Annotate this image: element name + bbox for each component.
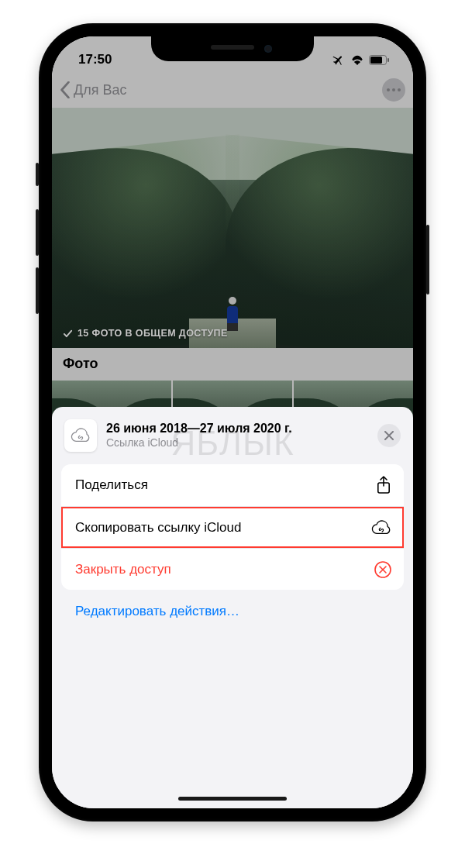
wifi-icon [350, 54, 364, 65]
share-icon [376, 476, 391, 494]
clock: 17:50 [71, 52, 112, 67]
power-button [426, 225, 429, 294]
share-action[interactable]: Поделиться [61, 464, 404, 506]
cloud-link-icon [71, 428, 91, 443]
silence-switch [36, 163, 39, 186]
action-menu: Поделиться Скопировать ссылку iCloud Зак… [61, 464, 404, 590]
icloud-link-badge [64, 419, 97, 452]
copy-icloud-link-action[interactable]: Скопировать ссылку iCloud [61, 506, 404, 548]
stop-sharing-action[interactable]: Закрыть доступ [61, 548, 404, 590]
sheet-subtitle: Ссылка iCloud [106, 436, 368, 450]
edit-actions-link[interactable]: Редактировать действия… [61, 590, 404, 622]
phone-frame: 17:50 [39, 23, 426, 822]
share-label: Поделиться [75, 477, 148, 493]
share-sheet: ЯБЛЫК 26 июня 2018—27 июля 2020 г. Ссылк… [52, 407, 413, 808]
cloud-link-icon [371, 520, 391, 536]
airplane-mode-icon [332, 53, 346, 67]
svg-rect-2 [388, 58, 389, 62]
close-sheet-button[interactable] [377, 424, 401, 447]
stop-sharing-label: Закрыть доступ [75, 562, 171, 577]
front-camera-icon [264, 45, 272, 53]
battery-icon [369, 55, 390, 65]
display-notch [151, 36, 314, 61]
volume-up-button [36, 209, 39, 256]
copy-link-label: Скопировать ссылку iCloud [75, 520, 241, 536]
home-indicator[interactable] [178, 797, 287, 801]
volume-down-button [36, 267, 39, 314]
sheet-title: 26 июня 2018—27 июля 2020 г. [106, 421, 368, 436]
close-circle-icon [374, 561, 391, 578]
svg-rect-1 [370, 57, 382, 64]
close-icon [384, 431, 394, 440]
